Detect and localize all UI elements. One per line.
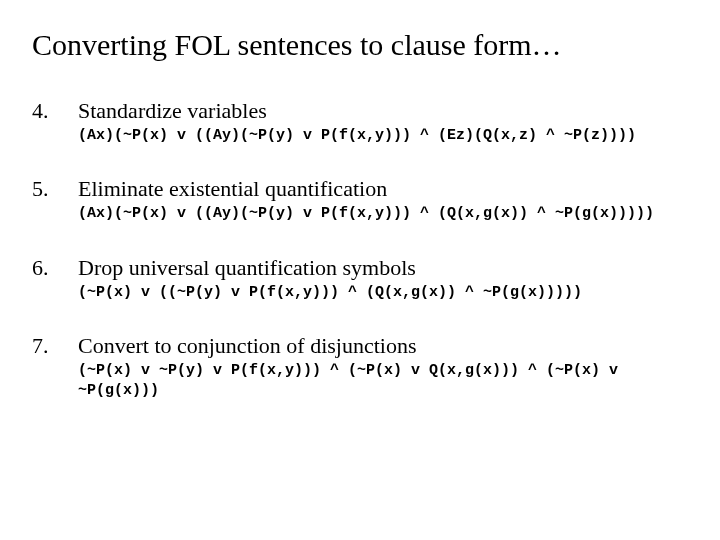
- item-content: Eliminate existential quantification (Ax…: [78, 176, 688, 224]
- slide: Converting FOL sentences to clause form……: [0, 0, 720, 451]
- item-heading: Standardize variables: [78, 98, 688, 124]
- item-number: 5.: [32, 176, 78, 224]
- item-heading: Convert to conjunction of disjunctions: [78, 333, 688, 359]
- list-item: 7. Convert to conjunction of disjunction…: [32, 333, 688, 402]
- list-item: 5. Eliminate existential quantification …: [32, 176, 688, 224]
- item-formula: (~P(x) v ~P(y) v P(f(x,y))) ^ (~P(x) v Q…: [78, 361, 688, 402]
- item-heading: Drop universal quantification symbols: [78, 255, 688, 281]
- item-formula: (~P(x) v ((~P(y) v P(f(x,y))) ^ (Q(x,g(x…: [78, 283, 688, 303]
- item-heading: Eliminate existential quantification: [78, 176, 688, 202]
- page-title: Converting FOL sentences to clause form…: [32, 28, 688, 62]
- item-content: Drop universal quantification symbols (~…: [78, 255, 688, 303]
- list-item: 4. Standardize variables (Ax)(~P(x) v ((…: [32, 98, 688, 146]
- list-item: 6. Drop universal quantification symbols…: [32, 255, 688, 303]
- item-content: Convert to conjunction of disjunctions (…: [78, 333, 688, 402]
- item-number: 7.: [32, 333, 78, 402]
- item-formula: (Ax)(~P(x) v ((Ay)(~P(y) v P(f(x,y))) ^ …: [78, 204, 688, 224]
- item-content: Standardize variables (Ax)(~P(x) v ((Ay)…: [78, 98, 688, 146]
- item-number: 6.: [32, 255, 78, 303]
- item-number: 4.: [32, 98, 78, 146]
- item-formula: (Ax)(~P(x) v ((Ay)(~P(y) v P(f(x,y))) ^ …: [78, 126, 688, 146]
